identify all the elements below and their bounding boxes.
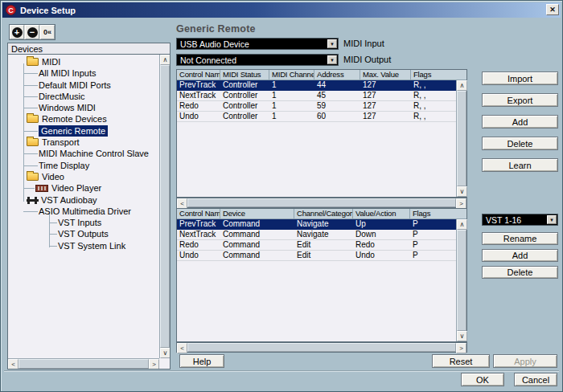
titlebar: C Device Setup ✕ — [2, 2, 561, 18]
tree-item-time-display[interactable]: Time Display — [8, 160, 158, 171]
scroll-down-icon[interactable]: ∨ — [160, 348, 171, 358]
folder-icon — [27, 115, 39, 123]
scroll-down-icon[interactable]: ∨ — [457, 186, 467, 197]
column-header[interactable]: Channel/Category — [294, 209, 353, 219]
tree-item-remote-devices[interactable]: Remote Devices — [8, 113, 158, 125]
table-row[interactable]: PrevTrack Command Navigate Up P — [177, 219, 457, 230]
column-header[interactable]: Max. Value — [360, 70, 411, 80]
table-row[interactable]: PrevTrack Controller 1 44 127 R, , — [177, 80, 457, 91]
add-device-button[interactable]: + — [10, 25, 24, 39]
column-header[interactable]: Flags — [411, 70, 466, 80]
tree-item-video-player[interactable]: Video Player — [8, 182, 158, 194]
devices-tree: MIDI All MIDI Inputs Default MIDI Ports … — [7, 55, 171, 370]
scroll-down-icon[interactable]: ∨ — [457, 331, 467, 341]
learn-button[interactable]: Learn — [482, 158, 558, 172]
plus-icon: + — [12, 27, 23, 38]
upper-table-vscrollbar[interactable]: ∧ ∨ — [456, 80, 466, 197]
table-header: Control Name Device Channel/Category Val… — [177, 209, 466, 219]
midi-input-combo[interactable]: USB Audio Device ▼ — [176, 38, 339, 50]
table-row[interactable]: Redo Controller 1 59 127 R, , — [177, 101, 457, 112]
command-assignment-table: Control Name Device Channel/Category Val… — [176, 208, 467, 342]
tree-item-video[interactable]: Video — [8, 171, 158, 182]
scroll-thumb[interactable] — [457, 91, 466, 186]
help-button[interactable]: Help — [179, 354, 224, 368]
bank-combo[interactable]: VST 1-16 ▼ — [482, 214, 558, 226]
tree-item-windows-midi[interactable]: Windows MIDI — [8, 102, 158, 113]
folder-icon — [27, 58, 39, 66]
apply-button[interactable]: Apply — [493, 354, 557, 368]
tree-item-asio-multimedia-driver[interactable]: ASIO Multimedia Driver — [8, 206, 158, 217]
scroll-up-icon[interactable]: ∧ — [457, 219, 467, 230]
column-header[interactable]: MIDI Channel — [269, 70, 314, 80]
table-row[interactable]: NextTrack Controller 1 45 127 R, , — [177, 91, 457, 101]
reset-devices-button[interactable]: 0« — [40, 25, 55, 39]
table-row[interactable]: Undo Controller 1 60 127 R, , — [177, 112, 457, 122]
tree-item-all-midi-inputs[interactable]: All MIDI Inputs — [8, 67, 158, 79]
lower-table-hscrollbar[interactable]: < > — [176, 342, 467, 353]
table-row[interactable]: Undo Command Edit Undo P — [177, 251, 457, 261]
export-button[interactable]: Export — [482, 93, 558, 107]
table-row[interactable]: NextTrack Command Navigate Down P — [177, 230, 457, 240]
rename-bank-button[interactable]: Rename — [482, 232, 558, 245]
lower-table-vscrollbar[interactable]: ∧ ∨ — [456, 219, 466, 341]
scroll-right-icon[interactable]: > — [456, 343, 466, 353]
page-title: Generic Remote — [176, 23, 256, 35]
column-header[interactable]: Device — [220, 209, 294, 219]
close-button[interactable]: ✕ — [546, 4, 559, 15]
video-player-icon — [35, 185, 48, 192]
tree-vscrollbar[interactable]: ∧ ∨ — [159, 55, 170, 358]
reset-button[interactable]: Reset — [432, 354, 490, 368]
tree-item-vst-outputs[interactable]: VST Outputs — [8, 228, 158, 239]
add-control-button[interactable]: Add — [482, 115, 558, 129]
column-header[interactable]: Address — [314, 70, 360, 80]
tree-item-directmusic[interactable]: DirectMusic — [8, 91, 158, 102]
scroll-up-icon[interactable]: ∧ — [457, 80, 467, 91]
scroll-thumb[interactable] — [160, 65, 170, 348]
tree-item-transport[interactable]: Transport — [8, 137, 158, 148]
scroll-up-icon[interactable]: ∧ — [160, 55, 171, 65]
tree-item-midi-machine-control-slave[interactable]: MIDI Machine Control Slave — [8, 148, 158, 159]
midi-output-combo[interactable]: Not Connected ▼ — [176, 54, 339, 66]
midi-input-value: USB Audio Device — [180, 39, 249, 49]
cancel-button[interactable]: Cancel — [514, 373, 557, 386]
column-header[interactable]: Control Name — [177, 209, 220, 219]
footer-divider — [4, 370, 559, 372]
window-title: Device Setup — [20, 6, 76, 15]
scroll-left-icon[interactable]: < — [8, 359, 18, 370]
delete-bank-button[interactable]: Delete — [482, 266, 558, 279]
scroll-right-icon[interactable]: > — [149, 359, 159, 370]
midi-input-label: MIDI Input — [343, 38, 384, 50]
tree-item-vst-audiobay[interactable]: VST Audiobay — [8, 194, 158, 206]
ok-button[interactable]: OK — [461, 373, 504, 386]
add-bank-button[interactable]: Add — [482, 249, 558, 262]
delete-control-button[interactable]: Delete — [482, 137, 558, 150]
minus-icon: − — [27, 27, 38, 38]
column-header[interactable]: Control Name — [177, 70, 220, 80]
scroll-thumb[interactable] — [457, 230, 466, 331]
column-header[interactable]: MIDI Status — [220, 70, 269, 80]
device-toolbar: + − 0« — [9, 24, 55, 40]
import-button[interactable]: Import — [482, 71, 558, 85]
app-icon-glyph: C — [8, 6, 14, 14]
scroll-thumb[interactable] — [18, 359, 149, 369]
devices-panel: Devices MIDI All MIDI Inputs Default MID… — [7, 43, 171, 370]
column-header[interactable]: Value/Action — [353, 209, 410, 219]
tree-item-default-midi-ports[interactable]: Default MIDI Ports — [8, 80, 158, 91]
column-header[interactable]: Flags — [410, 209, 466, 219]
upper-table-hscrollbar[interactable]: < > — [176, 198, 467, 208]
scroll-left-icon[interactable]: < — [177, 343, 187, 353]
tree-hscrollbar[interactable]: < > — [8, 358, 159, 369]
tree-item-midi[interactable]: MIDI — [8, 56, 158, 67]
scroll-thumb[interactable] — [187, 343, 456, 352]
scroll-thumb[interactable] — [187, 198, 456, 207]
remove-device-button[interactable]: − — [25, 25, 39, 39]
tree-item-vst-inputs[interactable]: VST Inputs — [8, 217, 158, 228]
table-header: Control Name MIDI Status MIDI Channel Ad… — [177, 70, 466, 80]
folder-icon — [27, 173, 39, 181]
chevron-down-icon[interactable]: ▼ — [547, 215, 557, 224]
tree-item-generic-remote[interactable]: Generic Remote — [8, 125, 158, 137]
chevron-down-icon[interactable]: ▼ — [327, 39, 337, 48]
chevron-down-icon[interactable]: ▼ — [327, 55, 337, 64]
table-row[interactable]: Redo Command Edit Redo P — [177, 240, 457, 251]
tree-item-vst-system-link[interactable]: VST System Link — [8, 240, 158, 251]
